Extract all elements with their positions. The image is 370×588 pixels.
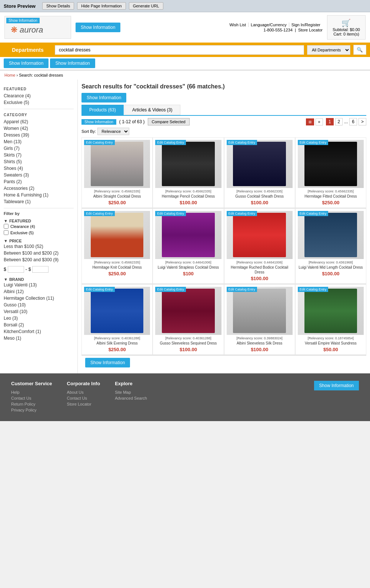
sidebar-item-accessories[interactable]: Accessories (2) — [4, 185, 74, 192]
sidebar-item-skirts[interactable]: Skirts (7) — [4, 152, 74, 158]
view-grid-icon[interactable]: ⊞ — [306, 118, 314, 125]
sign-in-link[interactable]: Sign In/Register — [289, 23, 323, 27]
product-name-2[interactable]: Hermitage Pencil Cocktail Dress — [155, 194, 221, 199]
store-locator-link[interactable]: Store Locator — [298, 28, 323, 32]
price-from-input[interactable] — [8, 266, 24, 273]
price-lt100[interactable]: Less than $100 (52) — [4, 243, 74, 250]
departments-dropdown[interactable]: Departments — [4, 46, 52, 54]
cart-area[interactable]: 🛒 Subtotal: $0.00 Cart: 0 item(s) — [327, 15, 366, 40]
search-button[interactable]: 🔍 — [353, 45, 366, 55]
footer-help[interactable]: Help — [11, 390, 52, 394]
sub-nav-show-info-2[interactable]: Show Information — [50, 58, 95, 68]
results-show-info-button[interactable]: Show Information — [81, 93, 126, 103]
view-list-icon[interactable]: ≡ — [316, 118, 323, 125]
sidebar-item-shoes[interactable]: Shoes (4) — [4, 165, 74, 172]
brand-luigi[interactable]: Luigi Valenti (13) — [4, 282, 74, 288]
product-name-5[interactable]: Hermitage Knit Cocktail Dress — [84, 265, 150, 270]
filter-exclusive[interactable]: Exclusive (5) — [4, 229, 74, 236]
product-name-10[interactable]: Gusso Sleeveless Sequined Dress — [155, 341, 221, 346]
brand-hermitage[interactable]: Hermitage Collection (11) — [4, 295, 74, 302]
edit-catalog-button-3[interactable]: Edit Catalog Entry — [227, 140, 257, 145]
edit-catalog-button-9[interactable]: Edit Catalog Entry — [84, 287, 115, 292]
price-to-input[interactable] — [32, 266, 49, 273]
product-name-3[interactable]: Gusso Cocktail Sheath Dress — [227, 194, 293, 199]
sidebar-item-men[interactable]: Men (13) — [4, 138, 74, 145]
footer-show-info-button[interactable]: Show Information — [314, 381, 359, 390]
department-select[interactable]: All Departments — [307, 45, 350, 55]
page-next[interactable]: > — [359, 118, 366, 125]
edit-catalog-button-1[interactable]: Edit Catalog Entry — [84, 140, 115, 145]
language-link[interactable]: Language/Currency — [249, 23, 289, 27]
sidebar-item-exclusive[interactable]: Exclusive (5) — [4, 99, 74, 106]
brand-meso[interactable]: Meso (1) — [4, 335, 74, 342]
price-200-300[interactable]: Between $200 and $300 (9) — [4, 256, 74, 263]
product-name-12[interactable]: Versatil Empire Waist Sundress — [298, 341, 364, 346]
tab-products[interactable]: Products (63) — [81, 105, 124, 115]
show-details-button[interactable]: Show Details — [42, 2, 74, 10]
sidebar-item-apparel[interactable]: Apparel (62) — [4, 118, 74, 125]
search-input[interactable] — [55, 45, 304, 55]
sidebar-item-clearance[interactable]: Clearance (4) — [4, 93, 74, 99]
filter-clearance-checkbox[interactable] — [4, 224, 9, 229]
product-name-1[interactable]: Albini Straight Cocktail Dress — [84, 194, 150, 199]
header-show-info-button[interactable]: Show Information — [76, 23, 120, 32]
brand-albini[interactable]: Albini (12) — [4, 288, 74, 295]
wish-list-link[interactable]: Wish List — [227, 23, 249, 27]
product-name-8[interactable]: Luigi Valenti Mid Length Cocktail Dress — [298, 265, 364, 270]
sort-select[interactable]: Relevance — [97, 128, 129, 135]
product-name-9[interactable]: Albini Silk Evening Dress — [84, 341, 150, 346]
footer-contact-us-1[interactable]: Contact Us — [11, 396, 52, 400]
filter-price-collapse[interactable]: ▼ PRICE — [4, 239, 74, 243]
filter-featured-collapse[interactable]: ▼ FEATURED — [4, 219, 74, 223]
sub-nav-show-info-1[interactable]: Show Information — [4, 58, 49, 68]
product-name-4[interactable]: Hermitage Fitted Cocktail Dress — [298, 194, 364, 199]
sidebar-item-shirts[interactable]: Shirts (5) — [4, 158, 74, 165]
footer-contact-us-2[interactable]: Contact Us — [67, 396, 100, 400]
brand-leo[interactable]: Leo (3) — [4, 315, 74, 322]
sidebar-item-dresses[interactable]: Dresses (39) — [4, 132, 74, 138]
price-100-200[interactable]: Between $100 and $200 (2) — [4, 250, 74, 256]
page-2[interactable]: 2 — [335, 118, 343, 125]
brand-gusso[interactable]: Gusso (10) — [4, 302, 74, 308]
grid-show-info-button[interactable]: Show Information — [81, 119, 116, 125]
tab-articles[interactable]: Articles & Videos (3) — [124, 105, 180, 115]
edit-catalog-button-11[interactable]: Edit Catalog Entry — [227, 287, 257, 292]
edit-catalog-button-6[interactable]: Edit Catalog Entry — [155, 211, 186, 216]
product-name-6[interactable]: Luigi Valenti Strapless Cocktail Dress — [155, 265, 221, 270]
edit-catalog-button-2[interactable]: Edit Catalog Entry — [155, 140, 186, 145]
edit-catalog-button-7[interactable]: Edit Catalog Entry — [227, 211, 257, 216]
edit-catalog-button-4[interactable]: Edit Catalog Entry — [298, 140, 329, 145]
breadcrumb-home[interactable]: Home — [4, 73, 15, 77]
footer-store-locator[interactable]: Store Locator — [67, 402, 100, 406]
footer-site-map[interactable]: Site Map — [115, 390, 147, 394]
footer-about-us[interactable]: About Us — [67, 390, 100, 394]
product-name-7[interactable]: Hermitage Ruched Bodice Cocktail Dress — [227, 265, 293, 275]
page-6[interactable]: 6 — [349, 118, 357, 125]
footer-privacy-policy[interactable]: Privacy Policy — [11, 408, 52, 412]
bottom-show-info-button[interactable]: Show Information — [85, 358, 130, 367]
sidebar-item-home[interactable]: Home & Furnishing (1) — [4, 192, 74, 198]
footer-advanced-search[interactable]: Advanced Search — [115, 396, 147, 400]
edit-catalog-button-8[interactable]: Edit Catalog Entry — [298, 211, 329, 216]
edit-catalog-button-5[interactable]: Edit Catalog Entry — [84, 211, 115, 216]
brand-borsali[interactable]: Borsali (2) — [4, 322, 74, 328]
sidebar-item-sweaters[interactable]: Sweaters (3) — [4, 172, 74, 178]
sidebar-item-women[interactable]: Women (42) — [4, 125, 74, 132]
filter-exclusive-checkbox[interactable] — [4, 230, 9, 235]
filter-brand-collapse[interactable]: ▼ BRAND — [4, 277, 74, 282]
sidebar-item-tableware[interactable]: Tableware (1) — [4, 198, 74, 205]
footer-return-policy[interactable]: Return Policy — [11, 402, 52, 406]
sidebar-item-girls[interactable]: Girls (7) — [4, 145, 74, 152]
edit-catalog-button-12[interactable]: Edit Catalog Entry — [298, 287, 329, 292]
product-name-11[interactable]: Albini Sleeveless Silk Dress — [227, 341, 293, 346]
edit-catalog-button-10[interactable]: Edit Catalog Entry — [155, 287, 186, 292]
brand-kitchencomfort[interactable]: KitchenComfort (1) — [4, 328, 74, 335]
brand-versatil[interactable]: Versatil (10) — [4, 308, 74, 315]
generate-url-button[interactable]: Generate URL — [129, 2, 163, 10]
filter-clearance[interactable]: Clearance (4) — [4, 223, 74, 229]
sidebar-item-pants[interactable]: Pants (2) — [4, 178, 74, 185]
compare-selected-button[interactable]: Compare Selected — [148, 118, 190, 125]
hide-page-info-button[interactable]: Hide Page Information — [77, 2, 126, 10]
page-1[interactable]: 1 — [326, 118, 334, 125]
logo-show-info-badge[interactable]: Show Information — [6, 18, 40, 23]
